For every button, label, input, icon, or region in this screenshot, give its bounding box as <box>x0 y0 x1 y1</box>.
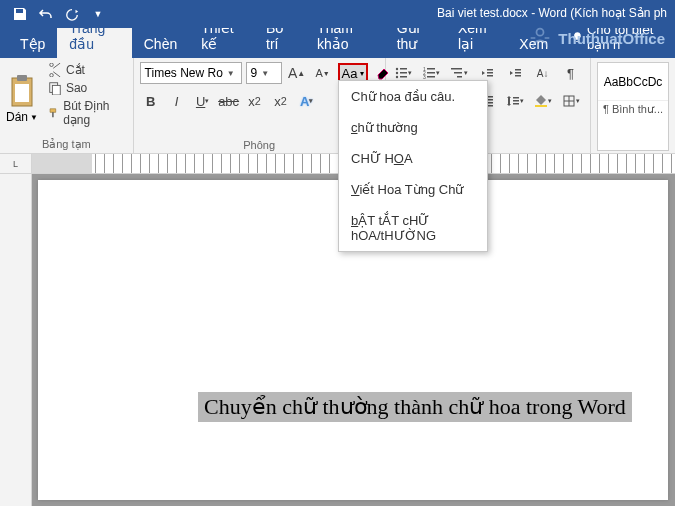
text-effects-button[interactable]: A▾ <box>296 90 318 112</box>
font-size-combo[interactable]: 9▼ <box>246 62 282 84</box>
font-name-combo[interactable]: Times New Ro▼ <box>140 62 242 84</box>
style-normal[interactable]: AaBbCcDc ¶ Bình thư... <box>597 62 669 151</box>
change-case-menu: Chữ hoa đầu câu. chữ thường CHỮ HOA Viết… <box>338 80 488 252</box>
cut-button[interactable]: Cắt <box>46 62 127 78</box>
svg-rect-15 <box>427 72 435 74</box>
svg-rect-11 <box>400 76 407 78</box>
paintbrush-icon <box>48 106 59 120</box>
show-marks-button[interactable]: ¶ <box>560 62 582 84</box>
increase-indent-button[interactable] <box>504 62 526 84</box>
case-toggle[interactable]: bẬT tẮT cHỮ hOA/tHƯỜNG <box>339 205 487 251</box>
svg-rect-3 <box>15 84 29 102</box>
copy-button[interactable]: Sao <box>46 80 127 96</box>
superscript-button[interactable]: x2 <box>270 90 292 112</box>
svg-rect-7 <box>400 68 407 70</box>
svg-rect-37 <box>535 105 547 107</box>
scissors-icon <box>48 63 62 77</box>
svg-rect-20 <box>457 76 462 78</box>
borders-button[interactable]: ▾ <box>560 90 582 112</box>
svg-point-10 <box>395 76 397 78</box>
case-lowercase[interactable]: chữ thường <box>339 112 487 143</box>
copy-icon <box>48 81 62 95</box>
format-painter-button[interactable]: Bút Định dạng <box>46 98 127 128</box>
case-capitalize-each[interactable]: Viết Hoa Từng Chữ <box>339 174 487 205</box>
grow-font-button[interactable]: A▲ <box>286 62 308 84</box>
svg-rect-17 <box>427 76 435 78</box>
ribbon: Dán▼ Cắt Sao Bút Định dạng Bảng tạm Time… <box>0 58 675 154</box>
paste-button[interactable]: Dán▼ <box>6 62 38 136</box>
line-spacing-button[interactable]: ▾ <box>504 90 526 112</box>
subscript-button[interactable]: x2 <box>244 90 266 112</box>
tab-file[interactable]: Tệp <box>8 30 57 58</box>
svg-rect-13 <box>427 68 435 70</box>
svg-rect-2 <box>17 75 27 81</box>
svg-point-6 <box>395 68 397 70</box>
tab-insert[interactable]: Chèn <box>132 30 189 58</box>
sort-button[interactable]: A↓ <box>532 62 554 84</box>
case-sentence[interactable]: Chữ hoa đầu câu. <box>339 81 487 112</box>
group-label-clipboard: Bảng tạm <box>6 136 127 151</box>
case-uppercase[interactable]: CHỮ HOA <box>339 143 487 174</box>
strikethrough-button[interactable]: abc <box>218 90 240 112</box>
save-button[interactable] <box>8 2 32 26</box>
selected-text[interactable]: Chuyển chữ thường thành chữ hoa trong Wo… <box>198 392 632 422</box>
undo-button[interactable] <box>34 2 58 26</box>
watermark: ThuthuatOffice <box>526 24 665 52</box>
svg-point-8 <box>395 72 397 74</box>
bold-button[interactable]: B <box>140 90 162 112</box>
redo-button[interactable] <box>60 2 84 26</box>
qat-customize[interactable]: ▼ <box>86 2 110 26</box>
svg-rect-18 <box>451 68 462 70</box>
window-title: Bai viet test.docx - Word (Kích hoạt Sản… <box>437 6 667 20</box>
quick-access-toolbar: ▼ <box>8 2 110 26</box>
shading-button[interactable]: ▾ <box>532 90 554 112</box>
svg-rect-9 <box>400 72 407 74</box>
group-clipboard: Dán▼ Cắt Sao Bút Định dạng Bảng tạm <box>0 58 134 153</box>
underline-button[interactable]: U▾ <box>192 90 214 112</box>
svg-rect-19 <box>454 72 462 74</box>
group-styles: AaBbCcDc ¶ Bình thư... <box>591 58 675 153</box>
ruler-corner[interactable]: L <box>0 154 32 173</box>
svg-point-0 <box>537 29 544 36</box>
vertical-ruler[interactable] <box>0 174 32 506</box>
svg-rect-5 <box>52 85 60 95</box>
shrink-font-button[interactable]: A▼ <box>312 62 334 84</box>
italic-button[interactable]: I <box>166 90 188 112</box>
